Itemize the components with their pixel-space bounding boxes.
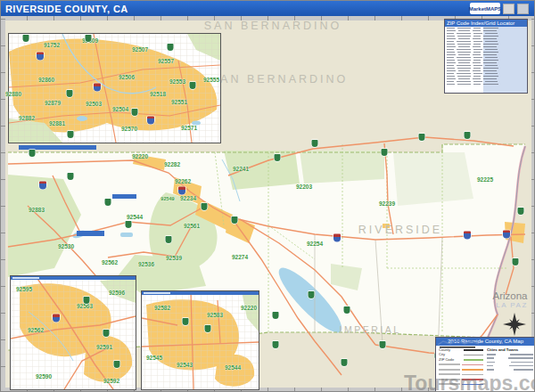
legend-label-zip: ZIP Code (439, 358, 455, 362)
inset-title-bar (142, 291, 259, 295)
legend-skeleton-label (439, 363, 460, 365)
population-range-skeleton (509, 365, 533, 367)
grid-ref-strip-right (531, 16, 535, 392)
brand-logo-text: MarketMAPS (469, 6, 502, 12)
zip-index-panel: ZIP Code Index/Grid Locator (444, 19, 528, 94)
zip-index-row (445, 83, 527, 86)
population-range-skeleton (508, 357, 533, 359)
grid-ref-strip-left (1, 16, 5, 392)
zip-index-rows (445, 27, 527, 86)
logo-badge-icon (517, 4, 529, 14)
population-range-skeleton (510, 354, 533, 355)
county-line-swatch (464, 349, 483, 351)
population-range-skeleton (514, 369, 533, 371)
zip-line-swatch (464, 359, 483, 361)
legend-label-city: City (439, 353, 455, 356)
brand-logo: MarketMAPS (470, 3, 500, 14)
map-title: RIVERSIDE COUNTY, CA (1, 4, 128, 14)
city-line-swatch (464, 355, 483, 356)
city-size-skeleton (487, 369, 494, 371)
zip-index-header: ZIP Code Index/Grid Locator (445, 20, 527, 27)
scale-bar (436, 338, 482, 349)
population-range-skeleton (511, 362, 533, 363)
title-bar: RIVERSIDE COUNTY, CA MarketMAPS (1, 1, 535, 16)
road-line-swatch (462, 364, 483, 366)
map-document: SAN BERNARDINOSAN BERNARDINORIVERSIDEIMP… (0, 0, 535, 392)
inset-hemet-sanjacinto (141, 290, 259, 390)
watermark-text: Toursmaps.com (404, 372, 535, 392)
city-size-skeleton (487, 357, 494, 359)
legend-skeleton-label (439, 369, 460, 371)
legend-cities-header: Cities and Towns (487, 348, 520, 352)
logo-badge-icon (503, 4, 514, 14)
city-size-skeleton (487, 362, 495, 363)
inset-temecula-murrieta (10, 275, 136, 390)
city-size-skeleton (487, 365, 493, 367)
inset-title-bar (11, 276, 136, 280)
inset-riverside-metro (8, 33, 221, 143)
road-line-swatch (462, 369, 483, 371)
city-size-skeleton (487, 354, 496, 355)
